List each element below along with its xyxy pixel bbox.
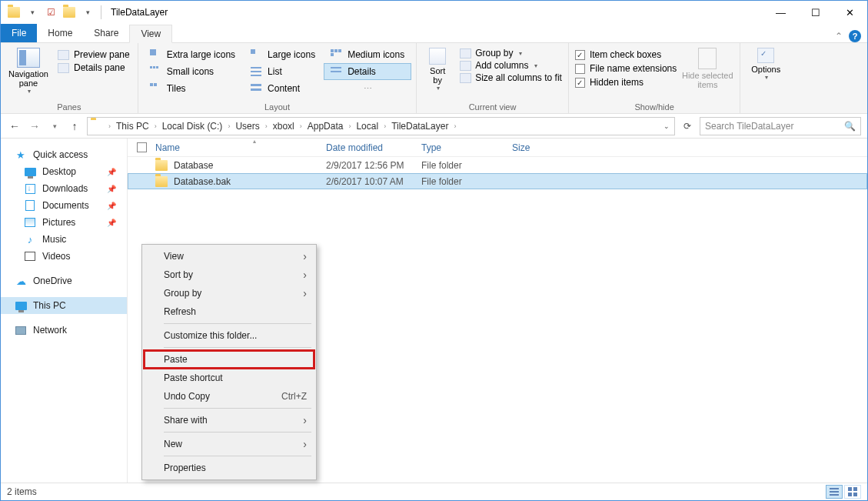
file-extensions-toggle[interactable]: File name extensions: [575, 63, 677, 74]
tree-network[interactable]: Network: [1, 322, 127, 339]
minimize-ribbon-icon[interactable]: ⌃: [835, 31, 843, 42]
qat-dropdown-2[interactable]: ▾: [79, 4, 96, 21]
recent-dropdown[interactable]: ▾: [47, 119, 62, 134]
pictures-icon: [24, 217, 36, 228]
properties-icon[interactable]: ☑: [42, 4, 59, 21]
breadcrumb-seg[interactable]: Local: [353, 118, 381, 135]
layout-list[interactable]: List: [244, 63, 322, 80]
tree-quick-access[interactable]: ★Quick access: [1, 146, 127, 163]
layout-medium[interactable]: Medium icons: [324, 46, 411, 63]
chevron-right-icon[interactable]: ›: [106, 122, 113, 130]
ctx-refresh[interactable]: Refresh: [144, 302, 314, 321]
column-date[interactable]: Date modified: [326, 139, 421, 156]
back-button[interactable]: ←: [7, 119, 22, 134]
help-icon[interactable]: ?: [849, 30, 861, 42]
file-type: File folder: [421, 157, 512, 173]
tree-videos[interactable]: Videos: [1, 248, 127, 265]
size-columns-button[interactable]: Size all columns to fit: [460, 72, 562, 83]
column-name[interactable]: Name▴: [155, 139, 326, 156]
add-columns-button[interactable]: Add columns▾: [460, 60, 562, 71]
file-size: [512, 173, 574, 189]
preview-pane-toggle[interactable]: Preview pane: [58, 49, 130, 60]
ctx-paste-shortcut[interactable]: Paste shortcut: [144, 369, 314, 387]
tree-desktop[interactable]: Desktop📌: [1, 163, 127, 180]
minimize-button[interactable]: —: [763, 2, 798, 24]
ctx-view[interactable]: View: [144, 247, 314, 266]
file-menu[interactable]: File: [1, 24, 37, 42]
breadcrumb[interactable]: › This PC› Local Disk (C:)› Users› xboxl…: [87, 117, 675, 135]
layout-tiles[interactable]: Tiles: [143, 80, 242, 97]
details-pane-toggle[interactable]: Details pane: [58, 62, 130, 73]
hidden-items-toggle[interactable]: Hidden items: [575, 77, 677, 88]
options-button[interactable]: Options ▾: [745, 45, 787, 81]
folder-icon: [155, 176, 168, 187]
search-placeholder: Search TileDataLayer: [705, 121, 793, 132]
tree-downloads[interactable]: Downloads📌: [1, 180, 127, 197]
maximize-button[interactable]: ☐: [798, 2, 833, 24]
new-folder-icon[interactable]: [61, 4, 78, 21]
history-dropdown[interactable]: ⌄: [663, 122, 670, 130]
navigation-tree: ★Quick access Desktop📌 Downloads📌 Docume…: [1, 139, 128, 483]
tree-onedrive[interactable]: ☁OneDrive: [1, 272, 127, 289]
ctx-paste[interactable]: Paste: [144, 350, 314, 369]
tree-this-pc[interactable]: This PC: [1, 297, 127, 314]
layout-details[interactable]: Details: [324, 63, 411, 80]
hide-selected-button[interactable]: Hide selected items: [680, 45, 735, 89]
ctx-customize[interactable]: Customize this folder...: [144, 326, 314, 345]
folder-icon: [91, 120, 105, 132]
pin-icon: 📌: [107, 202, 116, 210]
sort-by-button[interactable]: Sort by ▾: [421, 45, 454, 92]
search-input[interactable]: Search TileDataLayer 🔍: [700, 117, 861, 135]
breadcrumb-seg[interactable]: Users: [232, 118, 262, 135]
qat-dropdown[interactable]: ▾: [24, 4, 41, 21]
window-title: TileDataLayer: [111, 7, 168, 18]
address-bar-row: ← → ▾ ↑ › This PC› Local Disk (C:)› User…: [1, 114, 867, 139]
table-row[interactable]: Database.bak 2/6/2017 10:07 AM File fold…: [128, 173, 867, 189]
ctx-sort-by[interactable]: Sort by: [144, 266, 314, 284]
view-tab[interactable]: View: [129, 25, 172, 43]
layout-large[interactable]: Large icons: [244, 46, 322, 63]
ctx-new[interactable]: New: [144, 435, 314, 453]
layout-more[interactable]: ⋯: [324, 80, 411, 97]
chevron-down-icon: ▾: [28, 88, 31, 95]
column-size[interactable]: Size: [512, 139, 574, 156]
breadcrumb-seg[interactable]: AppData: [304, 118, 347, 135]
separator: [164, 408, 311, 409]
table-row[interactable]: Database 2/9/2017 12:56 PM File folder: [128, 157, 867, 173]
up-button[interactable]: ↑: [67, 119, 82, 134]
group-by-button[interactable]: Group by▾: [460, 48, 562, 58]
close-button[interactable]: ✕: [833, 2, 867, 24]
home-tab[interactable]: Home: [37, 24, 83, 42]
tree-pictures[interactable]: Pictures📌: [1, 214, 127, 231]
navigation-pane-button[interactable]: Navigation pane ▾: [5, 45, 52, 95]
tree-documents[interactable]: Documents📌: [1, 197, 127, 214]
breadcrumb-seg[interactable]: TileDataLayer: [388, 118, 451, 135]
ctx-properties[interactable]: Properties: [144, 459, 314, 477]
ctx-undo[interactable]: Undo CopyCtrl+Z: [144, 387, 314, 406]
file-name: Database.bak: [174, 176, 231, 187]
tree-music[interactable]: ♪Music: [1, 231, 127, 248]
ctx-share-with[interactable]: Share with: [144, 411, 314, 429]
folder-icon: [155, 160, 168, 171]
breadcrumb-seg[interactable]: This PC: [113, 118, 152, 135]
item-checkboxes-toggle[interactable]: Item check boxes: [575, 49, 677, 60]
checkbox-icon: [575, 64, 585, 74]
context-menu: View Sort by Group by Refresh Customize …: [141, 244, 317, 480]
column-check[interactable]: [137, 139, 155, 156]
file-date: 2/9/2017 12:56 PM: [326, 157, 421, 173]
sort-asc-icon: ▴: [253, 138, 256, 145]
column-type[interactable]: Type: [421, 139, 512, 156]
breadcrumb-seg[interactable]: Local Disk (C:): [159, 118, 226, 135]
layout-extra-large[interactable]: Extra large icons: [143, 46, 242, 63]
refresh-button[interactable]: ⟳: [680, 119, 695, 134]
forward-button[interactable]: →: [27, 119, 42, 134]
details-view-button[interactable]: [826, 485, 843, 499]
thumbnails-view-button[interactable]: [844, 485, 861, 499]
layout-content[interactable]: Content: [244, 80, 322, 97]
ctx-group-by[interactable]: Group by: [144, 284, 314, 302]
share-tab[interactable]: Share: [83, 24, 129, 42]
breadcrumb-seg[interactable]: xboxl: [270, 118, 298, 135]
layout-small[interactable]: Small icons: [143, 63, 242, 80]
ribbon-group-panes: Navigation pane ▾ Preview pane Details p…: [1, 43, 138, 113]
chevron-down-icon: ▾: [437, 85, 440, 92]
